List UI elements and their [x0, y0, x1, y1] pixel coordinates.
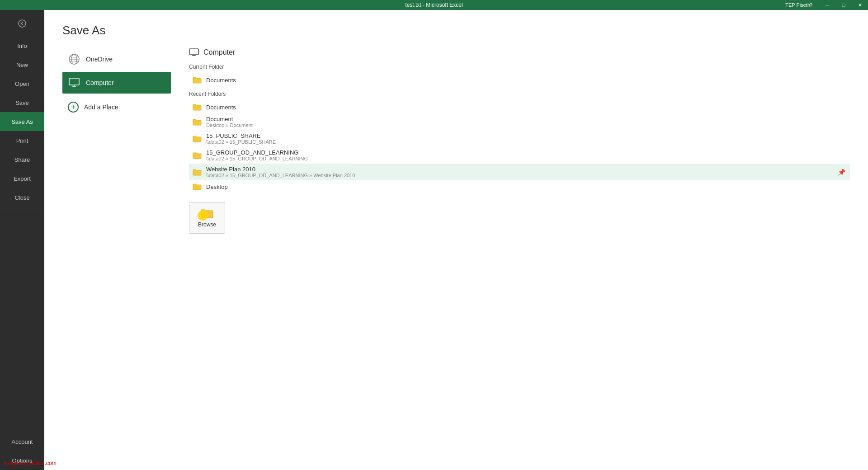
svg-point-0: [19, 20, 26, 27]
recent-folder-0[interactable]: Documents: [189, 101, 850, 113]
app-container: Info New Open Save Save As Print Share E…: [0, 10, 868, 470]
folder-info-4: Website Plan 2010 \\data02 » 15_GROUP_OD…: [206, 166, 355, 178]
minimize-button[interactable]: ─: [819, 0, 835, 10]
sidebar-item-account[interactable]: Account: [0, 432, 44, 451]
recent-folder-1[interactable]: Document Desktop » Document: [189, 113, 850, 130]
sidebar-divider: [0, 210, 44, 210]
folders-panel: Computer Current Folder Documents Recent…: [180, 48, 850, 456]
computer-panel-title: Computer: [203, 48, 235, 56]
folder-info-2: 15_PUBLIC_SHARE \\data02 » 15_PUBLIC_SHA…: [206, 132, 276, 145]
folder-path-3: \\data02 » 15_GROUP_OD_AND_LEARNING: [206, 156, 308, 161]
browse-button[interactable]: Browse: [189, 202, 225, 234]
folder-info-0: Documents: [206, 104, 236, 111]
sidebar-item-export[interactable]: Export: [0, 169, 44, 188]
folder-icon-3: [193, 152, 202, 159]
folder-name-2: 15_PUBLIC_SHARE: [206, 132, 276, 139]
computer-label: Computer: [86, 79, 113, 86]
recent-folder-5[interactable]: Desktop: [189, 180, 850, 193]
folder-name-4: Website Plan 2010: [206, 166, 355, 173]
sidebar-item-open[interactable]: Open: [0, 74, 44, 93]
folder-name-3: 15_GROUP_OD_AND_LEARNING: [206, 149, 308, 156]
close-button[interactable]: ✕: [852, 0, 868, 10]
sidebar-item-info[interactable]: Info: [0, 36, 44, 55]
current-folder-icon: [193, 76, 202, 84]
browse-section: Browse: [189, 202, 850, 234]
folder-info-3: 15_GROUP_OD_AND_LEARNING \\data02 » 15_G…: [206, 149, 308, 161]
recent-folder-2[interactable]: 15_PUBLIC_SHARE \\data02 » 15_PUBLIC_SHA…: [189, 130, 850, 147]
onedrive-label: OneDrive: [86, 56, 113, 63]
folder-name-0: Documents: [206, 104, 236, 111]
recent-folder-3[interactable]: 15_GROUP_OD_AND_LEARNING \\data02 » 15_G…: [189, 147, 850, 164]
current-folder-label: Current Folder: [189, 64, 850, 70]
watermark: images.copeland.com: [4, 460, 57, 466]
computer-header-icon: [189, 48, 199, 56]
folder-icon-0: [193, 103, 202, 111]
help-button[interactable]: ?: [803, 0, 819, 10]
sidebar-item-close[interactable]: Close: [0, 188, 44, 207]
computer-icon: [68, 76, 80, 89]
onedrive-icon: [68, 53, 80, 66]
add-place-button[interactable]: + Add a Place: [62, 97, 171, 117]
svg-rect-7: [189, 49, 198, 55]
location-computer[interactable]: Computer: [62, 72, 171, 94]
current-folder-name: Documents: [206, 77, 236, 84]
cursor-indicator: [198, 211, 208, 221]
folder-name-5: Desktop: [206, 183, 228, 190]
sidebar-item-share[interactable]: Share: [0, 150, 44, 169]
back-icon: [18, 19, 26, 28]
sidebar-item-print[interactable]: Print: [0, 131, 44, 150]
titlebar-controls: ? ─ □ ✕: [803, 0, 868, 10]
maximize-button[interactable]: □: [835, 0, 852, 10]
sidebar-item-save-as[interactable]: Save As: [0, 112, 44, 131]
folder-path-2: \\data02 » 15_PUBLIC_SHARE: [206, 139, 276, 145]
location-onedrive[interactable]: OneDrive: [62, 48, 171, 70]
page-title: Save As: [62, 24, 850, 38]
recent-folders-label: Recent Folders: [189, 91, 850, 97]
recent-folder-4[interactable]: Website Plan 2010 \\data02 » 15_GROUP_OD…: [189, 164, 850, 180]
folder-name-1: Document: [206, 116, 253, 122]
current-folder-item[interactable]: Documents: [189, 74, 850, 86]
folder-info-1: Document Desktop » Document: [206, 116, 253, 128]
locations-panel: OneDrive Computer + A: [62, 48, 180, 456]
titlebar: test.txt - Microsoft Excel TEP Piseth ? …: [0, 0, 868, 10]
svg-rect-4: [69, 78, 79, 85]
folder-path-4: \\data02 » 15_GROUP_OD_AND_LEARNING » We…: [206, 173, 355, 178]
folder-path-1: Desktop » Document: [206, 122, 253, 128]
sidebar: Info New Open Save Save As Print Share E…: [0, 10, 44, 470]
sidebar-item-save[interactable]: Save: [0, 93, 44, 112]
titlebar-title: test.txt - Microsoft Excel: [405, 2, 462, 8]
computer-header: Computer: [189, 48, 850, 56]
folder-icon-5: [193, 183, 202, 190]
back-button[interactable]: [13, 14, 31, 33]
folder-info-5: Desktop: [206, 183, 228, 190]
plus-icon: +: [68, 102, 79, 113]
folder-icon-1: [193, 118, 202, 126]
add-place-label: Add a Place: [84, 103, 118, 111]
browse-label: Browse: [198, 221, 216, 228]
pin-icon: 📌: [838, 169, 845, 176]
current-folder-info: Documents: [206, 77, 236, 84]
sidebar-item-new[interactable]: New: [0, 55, 44, 74]
folder-icon-2: [193, 135, 202, 142]
content-body: OneDrive Computer + A: [62, 48, 850, 456]
main-content: Save As OneDrive: [44, 10, 868, 470]
folder-icon-4: [193, 169, 202, 176]
